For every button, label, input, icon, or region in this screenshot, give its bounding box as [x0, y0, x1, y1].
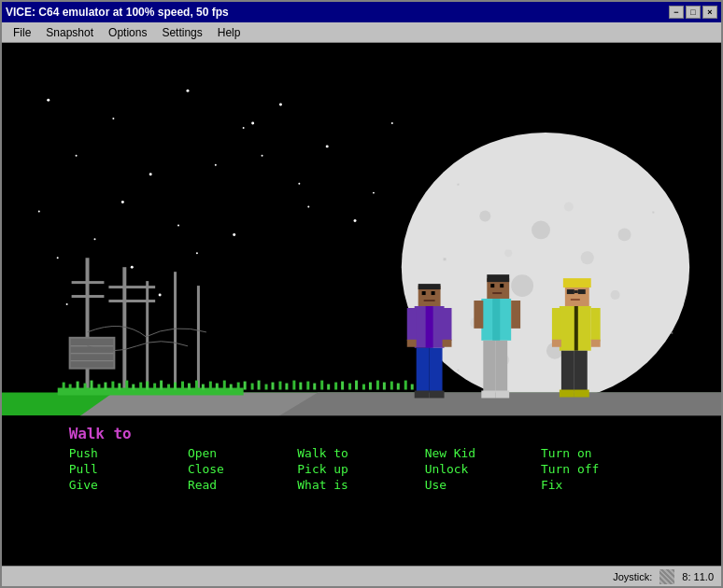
svg-point-29 — [532, 220, 550, 239]
svg-rect-135 — [492, 292, 502, 294]
svg-rect-52 — [174, 272, 177, 392]
svg-rect-74 — [132, 385, 135, 390]
svg-rect-82 — [188, 384, 191, 390]
svg-point-35 — [611, 290, 620, 300]
svg-rect-73 — [125, 381, 128, 390]
svg-point-25 — [262, 155, 263, 157]
position-display: 8: 11.0 — [682, 571, 714, 582]
svg-rect-127 — [417, 348, 430, 393]
svg-rect-71 — [111, 382, 114, 390]
svg-text:Turn off: Turn off — [541, 462, 599, 476]
svg-rect-106 — [355, 381, 358, 390]
svg-text:New Kid: New Kid — [425, 446, 475, 460]
svg-rect-141 — [495, 341, 507, 393]
svg-rect-117 — [418, 284, 441, 289]
minimize-button[interactable]: − — [669, 6, 684, 19]
svg-rect-72 — [118, 384, 120, 390]
svg-text:Walk to: Walk to — [297, 446, 347, 460]
svg-text:Give: Give — [69, 478, 98, 492]
svg-rect-100 — [313, 384, 316, 390]
svg-point-9 — [121, 201, 124, 203]
svg-rect-118 — [422, 291, 426, 295]
svg-rect-109 — [376, 381, 379, 390]
svg-point-8 — [38, 211, 40, 213]
svg-rect-76 — [146, 382, 149, 390]
status-bar: Joystick: 8: 11.0 — [2, 566, 721, 586]
svg-rect-123 — [407, 308, 417, 341]
svg-rect-142 — [481, 391, 495, 399]
window-title: VICE: C64 emulator at 100% speed, 50 fps — [6, 6, 229, 19]
svg-point-16 — [233, 233, 235, 236]
svg-text:Pick up: Pick up — [297, 462, 347, 476]
svg-rect-126 — [443, 340, 452, 347]
svg-text:Close: Close — [188, 462, 224, 476]
svg-text:Turn on: Turn on — [541, 446, 591, 460]
svg-rect-90 — [244, 382, 247, 390]
svg-point-6 — [76, 155, 78, 157]
svg-point-20 — [131, 266, 134, 269]
svg-rect-89 — [237, 383, 240, 390]
svg-point-15 — [298, 183, 300, 185]
svg-text:Pull: Pull — [69, 462, 98, 476]
svg-rect-156 — [561, 351, 574, 392]
title-bar: VICE: C64 emulator at 100% speed, 50 fps… — [2, 2, 721, 22]
svg-rect-134 — [500, 284, 503, 287]
svg-rect-145 — [563, 278, 591, 287]
svg-rect-65 — [69, 385, 72, 390]
svg-rect-67 — [84, 384, 87, 390]
svg-point-3 — [186, 90, 189, 92]
svg-rect-148 — [574, 290, 578, 293]
svg-text:Unlock: Unlock — [425, 462, 469, 476]
svg-text:Use: Use — [425, 478, 447, 492]
menu-settings[interactable]: Settings — [154, 24, 209, 41]
svg-rect-87 — [223, 381, 226, 390]
svg-rect-153 — [591, 308, 601, 342]
svg-rect-49 — [86, 258, 90, 392]
svg-rect-133 — [490, 284, 494, 287]
svg-rect-154 — [552, 340, 561, 347]
svg-rect-64 — [63, 383, 65, 390]
menu-help[interactable]: Help — [210, 24, 248, 41]
svg-text:Fix: Fix — [541, 478, 563, 492]
joystick-label: Joystick: — [613, 571, 652, 582]
svg-rect-66 — [77, 382, 79, 390]
svg-rect-113 — [404, 381, 407, 390]
svg-rect-44 — [457, 370, 459, 371]
svg-rect-152 — [552, 308, 561, 342]
svg-point-11 — [251, 122, 254, 125]
main-window: VICE: C64 emulator at 100% speed, 50 fps… — [0, 0, 723, 588]
svg-rect-112 — [397, 384, 400, 390]
svg-rect-102 — [327, 385, 330, 390]
svg-rect-69 — [97, 385, 100, 390]
svg-rect-107 — [362, 385, 365, 390]
svg-point-7 — [149, 173, 152, 175]
svg-rect-108 — [369, 383, 372, 390]
svg-text:Open: Open — [188, 446, 217, 460]
svg-rect-56 — [108, 286, 155, 288]
svg-rect-53 — [197, 286, 200, 392]
close-button[interactable]: × — [702, 6, 717, 19]
svg-rect-158 — [560, 390, 574, 398]
svg-rect-55 — [72, 295, 105, 298]
maximize-button[interactable]: □ — [686, 6, 701, 19]
svg-rect-111 — [390, 382, 393, 390]
svg-point-22 — [307, 206, 309, 208]
svg-rect-68 — [91, 381, 93, 390]
svg-point-14 — [215, 164, 217, 166]
svg-point-4 — [243, 127, 245, 129]
svg-rect-122 — [426, 306, 433, 348]
svg-rect-143 — [495, 391, 509, 399]
title-bar-left: VICE: C64 emulator at 100% speed, 50 fps — [6, 6, 229, 19]
svg-point-17 — [93, 238, 95, 240]
svg-rect-130 — [430, 391, 445, 399]
menu-snapshot[interactable]: Snapshot — [38, 24, 101, 41]
menu-options[interactable]: Options — [101, 24, 154, 41]
svg-rect-70 — [104, 383, 106, 390]
svg-rect-91 — [251, 384, 254, 390]
svg-rect-88 — [230, 385, 233, 390]
menu-file[interactable]: File — [6, 24, 38, 41]
svg-rect-80 — [174, 383, 177, 390]
svg-rect-79 — [167, 385, 170, 390]
svg-rect-95 — [278, 382, 281, 390]
svg-rect-85 — [209, 382, 212, 390]
